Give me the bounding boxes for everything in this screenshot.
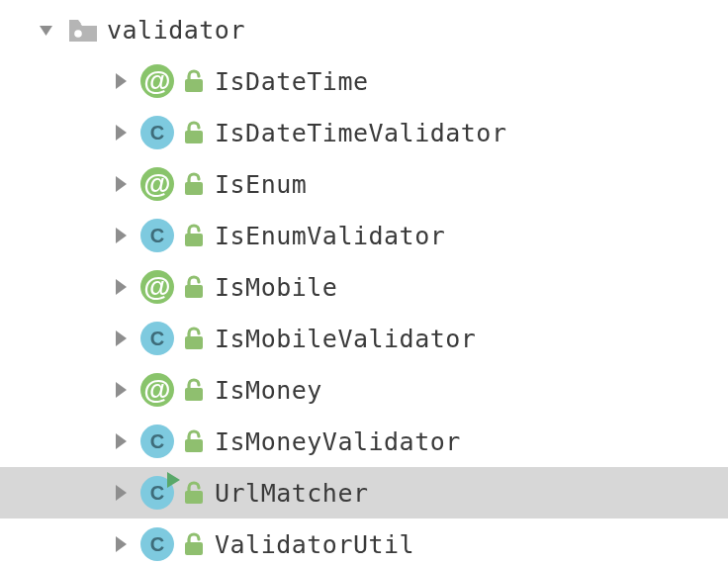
access-lock-icon	[177, 481, 211, 505]
item-label: IsMoneyValidator	[211, 427, 461, 456]
tree-item-row[interactable]: C IsEnumValidator	[0, 210, 728, 261]
svg-rect-11	[185, 285, 203, 298]
collapse-arrow-icon[interactable]	[104, 71, 137, 91]
tree-item-row[interactable]: C IsMobileValidator	[0, 313, 728, 364]
item-label: IsMobile	[211, 273, 337, 302]
type-badge-icon: @	[137, 373, 177, 407]
run-indicator-icon	[167, 472, 180, 488]
type-badge-icon: @	[137, 270, 177, 304]
access-lock-icon	[177, 224, 211, 247]
tree-package-row[interactable]: validator	[0, 4, 728, 55]
item-label: IsMoney	[211, 376, 322, 405]
item-label: IsDateTimeValidator	[211, 119, 506, 147]
collapse-arrow-icon[interactable]	[104, 431, 137, 451]
type-badge-icon: C	[137, 322, 177, 355]
expand-arrow-icon[interactable]	[30, 20, 63, 40]
svg-marker-20	[116, 536, 127, 552]
class-badge-icon: C	[140, 322, 174, 355]
class-badge-icon: C	[140, 527, 174, 561]
svg-rect-19	[185, 491, 203, 504]
tree-item-row[interactable]: @ IsMoney	[0, 364, 728, 416]
item-label: IsEnum	[211, 170, 307, 199]
svg-rect-3	[185, 79, 203, 92]
type-badge-icon: @	[137, 64, 177, 98]
item-label: IsEnumValidator	[211, 222, 445, 250]
svg-marker-8	[116, 228, 127, 243]
annotation-badge-icon: @	[140, 373, 174, 407]
type-badge-icon: C	[137, 527, 177, 561]
tree-item-row[interactable]: C IsMoneyValidator	[0, 416, 728, 467]
collapse-arrow-icon[interactable]	[104, 380, 137, 400]
collapse-arrow-icon[interactable]	[104, 329, 137, 348]
tree-item-row[interactable]: @ IsMobile	[0, 261, 728, 313]
svg-marker-6	[116, 176, 127, 192]
svg-point-1	[74, 30, 82, 38]
svg-rect-5	[185, 131, 203, 143]
item-label: IsDateTime	[211, 67, 369, 96]
access-lock-icon	[177, 69, 211, 93]
package-label: validator	[103, 16, 245, 45]
access-lock-icon	[177, 378, 211, 402]
svg-rect-9	[185, 234, 203, 246]
access-lock-icon	[177, 121, 211, 144]
item-label: ValidatorUtil	[211, 530, 414, 559]
annotation-badge-icon: @	[140, 167, 174, 201]
svg-rect-21	[185, 542, 203, 555]
type-badge-icon: C	[137, 116, 177, 149]
class-badge-icon: C	[140, 424, 174, 458]
access-lock-icon	[177, 275, 211, 299]
tree-item-row[interactable]: C IsDateTimeValidator	[0, 107, 728, 158]
collapse-arrow-icon[interactable]	[104, 277, 137, 297]
collapse-arrow-icon[interactable]	[104, 123, 137, 142]
type-badge-icon: @	[137, 167, 177, 201]
type-badge-icon: C	[137, 476, 177, 510]
collapse-arrow-icon[interactable]	[104, 174, 137, 194]
tree-item-row[interactable]: @ IsDateTime	[0, 55, 728, 107]
type-badge-icon: C	[137, 219, 177, 252]
item-label: UrlMatcher	[211, 479, 369, 508]
collapse-arrow-icon[interactable]	[104, 226, 137, 245]
folder-icon	[63, 16, 103, 44]
type-badge-icon: C	[137, 424, 177, 458]
svg-rect-15	[185, 388, 203, 401]
svg-rect-13	[185, 336, 203, 349]
access-lock-icon	[177, 429, 211, 453]
tree-item-row[interactable]: C UrlMatcher	[0, 467, 728, 519]
class-badge-icon: C	[140, 476, 174, 510]
tree-item-row[interactable]: C ValidatorUtil	[0, 519, 728, 566]
svg-marker-0	[40, 26, 52, 36]
svg-marker-4	[116, 125, 127, 141]
svg-marker-10	[116, 279, 127, 295]
svg-marker-2	[116, 73, 127, 89]
class-badge-icon: C	[140, 116, 174, 149]
svg-rect-17	[185, 439, 203, 452]
package-children: @ IsDateTime C IsDateTimeValidator	[0, 55, 728, 566]
svg-marker-14	[116, 382, 127, 398]
svg-marker-18	[116, 485, 127, 501]
item-label: IsMobileValidator	[211, 325, 476, 353]
access-lock-icon	[177, 172, 211, 196]
access-lock-icon	[177, 327, 211, 350]
project-tree: validator @ IsDateTime C	[0, 0, 728, 566]
svg-marker-16	[116, 433, 127, 449]
class-badge-icon: C	[140, 219, 174, 252]
svg-rect-7	[185, 182, 203, 195]
access-lock-icon	[177, 532, 211, 556]
annotation-badge-icon: @	[140, 270, 174, 304]
collapse-arrow-icon[interactable]	[104, 483, 137, 503]
tree-item-row[interactable]: @ IsEnum	[0, 158, 728, 210]
collapse-arrow-icon[interactable]	[104, 534, 137, 554]
annotation-badge-icon: @	[140, 64, 174, 98]
svg-marker-12	[116, 330, 127, 346]
